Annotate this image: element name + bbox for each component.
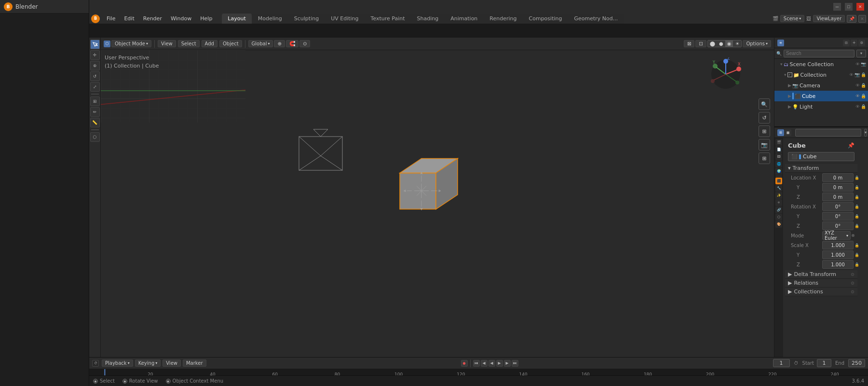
viewport-3d[interactable]: User Perspective (1) Collection | Cube <box>101 50 774 357</box>
current-frame-display[interactable]: 1 <box>773 359 790 367</box>
rotation-y-input[interactable]: 0° <box>822 212 854 221</box>
expand-light[interactable]: ▶ <box>788 104 791 109</box>
props-pin-icon[interactable]: 📌 <box>848 142 854 149</box>
outliner-item-cube[interactable]: ▶ ⬛ Cube 👁 🔒 <box>774 91 868 101</box>
prop-tab-object-data[interactable]: ⬡ <box>775 214 782 221</box>
prop-tab-physics[interactable]: ⚛ <box>775 199 782 206</box>
marker-menu-btn[interactable]: Marker <box>183 359 206 367</box>
view-tools-btn[interactable]: 🔍 <box>759 98 770 110</box>
props-search-input[interactable] <box>795 129 861 137</box>
prop-tab-material[interactable]: 🎨 <box>775 221 782 228</box>
scale-z-lock[interactable]: 🔒 <box>854 262 859 267</box>
transform-orientation-btn[interactable]: Global ▾ <box>248 40 273 47</box>
collections-section[interactable]: ▶ Collections ⚙ <box>785 288 857 296</box>
outliner-item-collection[interactable]: ▾ ✓ 📁 Collection 👁 📷 🔒 <box>774 69 868 80</box>
outliner-display-mode[interactable]: ▾ <box>856 50 866 57</box>
scene-close-button[interactable]: ✕ <box>858 15 866 23</box>
scale-z-input[interactable]: 1.000 <box>822 260 854 269</box>
outliner-item-camera[interactable]: ▶ 📷 Camera 👁 🔒 <box>774 80 868 91</box>
collection-visibility-check[interactable]: ✓ <box>787 72 792 77</box>
delta-settings-icon[interactable]: ⚙ <box>851 272 854 277</box>
select-tool-btn[interactable] <box>90 40 100 49</box>
props-filter-btn[interactable]: ▾ <box>864 129 867 137</box>
location-y-lock[interactable]: 🔒 <box>854 185 859 190</box>
cube-lock-icon[interactable]: 🔒 <box>861 94 866 98</box>
rotation-z-lock[interactable]: 🔒 <box>854 224 859 228</box>
snap-btn[interactable]: 🧲 <box>286 40 298 47</box>
relations-section[interactable]: ▶ Relations ⚙ <box>785 279 857 288</box>
outliner-item-scene-collection[interactable]: ▾ 🗂 Scene Collection 👁 📷 <box>774 59 868 69</box>
scale-y-lock[interactable]: 🔒 <box>854 253 859 257</box>
tab-geometry-nodes[interactable]: Geometry Nod... <box>568 14 624 24</box>
camera-lock-icon[interactable]: 🔒 <box>861 83 866 88</box>
tab-sculpting[interactable]: Sculpting <box>288 14 325 24</box>
tab-texture-paint[interactable]: Texture Paint <box>365 14 411 24</box>
outliner-search-input[interactable] <box>784 50 854 57</box>
menu-file[interactable]: File <box>103 14 119 23</box>
expand-collection[interactable]: ▾ <box>784 72 787 77</box>
material-shading-btn[interactable]: ◉ <box>725 41 733 47</box>
rotation-mode-dropdown[interactable]: XYZ Euler ▾ <box>822 231 851 240</box>
rendered-shading-btn[interactable]: ☀ <box>733 41 741 47</box>
prop-tab-world[interactable]: 🌍 <box>775 168 782 175</box>
camera-eye-icon[interactable]: 👁 <box>855 83 860 88</box>
delta-transform-section[interactable]: ▶ Delta Transform ⚙ <box>785 270 857 279</box>
next-keyframe-btn[interactable]: ▶ <box>504 360 511 367</box>
prop-tab-modifier[interactable]: 🔧 <box>775 185 782 192</box>
view-menu-timeline[interactable]: View <box>163 359 181 367</box>
pin-scene-button[interactable]: 📌 <box>847 15 856 23</box>
menu-help[interactable]: Help <box>196 14 216 23</box>
view-layer-selector[interactable]: ViewLayer <box>813 15 845 22</box>
keying-menu-btn[interactable]: Keying ▾ <box>135 359 161 367</box>
transform-tool-btn[interactable]: ⊞ <box>90 96 100 106</box>
scene-collection-restrict-camera[interactable]: 📷 <box>861 62 866 67</box>
annotate-tool-btn[interactable]: ✏ <box>90 107 100 117</box>
outliner-settings-btn[interactable]: ⚙ <box>858 40 865 46</box>
menu-edit[interactable]: Edit <box>120 14 138 23</box>
viewport-navigation-gizmo[interactable]: X Y Z <box>709 57 743 91</box>
measure-tool-btn[interactable]: 📏 <box>90 118 100 127</box>
close-button[interactable]: ✕ <box>856 3 864 11</box>
menu-render[interactable]: Render <box>139 14 166 23</box>
object-menu-btn[interactable]: Object <box>219 40 242 47</box>
wireframe-shading-btn[interactable]: ⬤ <box>708 41 717 47</box>
tab-layout[interactable]: Layout <box>222 14 251 24</box>
prop-tab-object[interactable]: ⬛ <box>775 178 782 184</box>
scale-x-input[interactable]: 1.000 <box>822 241 854 249</box>
tab-modeling[interactable]: Modeling <box>252 14 288 24</box>
rotate-tool-btn[interactable]: ↺ <box>90 71 100 81</box>
outliner-item-light[interactable]: ▶ 💡 Light 👁 🔒 <box>774 101 868 112</box>
rotation-x-lock[interactable]: 🔒 <box>854 205 859 209</box>
scene-collection-restrict-render[interactable]: 👁 <box>855 62 860 67</box>
collection-eye-icon[interactable]: 👁 <box>849 72 854 77</box>
location-z-input[interactable]: 0 m <box>822 193 854 201</box>
location-x-lock[interactable]: 🔒 <box>854 176 859 180</box>
select-menu-btn[interactable]: Select <box>178 40 200 47</box>
xray-toggle[interactable]: ⊡ <box>695 40 706 47</box>
object-name-display[interactable]: ⬛ Cube <box>788 152 854 161</box>
expand-scene-collection[interactable]: ▾ <box>780 62 783 67</box>
solid-shading-btn[interactable]: ● <box>717 41 725 47</box>
camera-view-btn[interactable]: 📷 <box>759 139 770 151</box>
collection-camera-icon[interactable]: 📷 <box>854 72 860 77</box>
collections-settings-icon[interactable]: ⚙ <box>851 290 854 294</box>
menu-window[interactable]: Window <box>167 14 195 23</box>
end-frame-input[interactable]: 250 <box>848 359 865 367</box>
playback-menu-btn[interactable]: Playback ▾ <box>102 359 133 367</box>
tab-animation[interactable]: Animation <box>445 14 483 24</box>
add-menu-btn[interactable]: Add <box>202 40 217 47</box>
minimize-button[interactable]: ─ <box>833 3 841 11</box>
prev-keyframe-btn[interactable]: ◀ <box>481 360 488 367</box>
relations-settings-icon[interactable]: ⚙ <box>851 281 854 286</box>
location-y-input[interactable]: 0 m <box>822 183 854 192</box>
add-primitive-btn[interactable]: ⬡ <box>90 132 100 142</box>
move-tool-btn[interactable]: ⊕ <box>90 61 100 70</box>
view-menu-btn[interactable]: View <box>158 40 176 47</box>
prop-tab-particles[interactable]: ✨ <box>775 192 782 199</box>
jump-end-btn[interactable]: ⏭ <box>512 360 518 367</box>
transform-section-header[interactable]: ▾ Transform <box>785 164 857 173</box>
collection-lock-icon[interactable]: 🔒 <box>861 72 866 77</box>
grid-settings-btn[interactable]: ⊞ <box>759 152 770 164</box>
object-mode-selector[interactable]: Object Mode ▾ <box>111 40 151 47</box>
scale-tool-btn[interactable]: ⤢ <box>90 82 100 92</box>
